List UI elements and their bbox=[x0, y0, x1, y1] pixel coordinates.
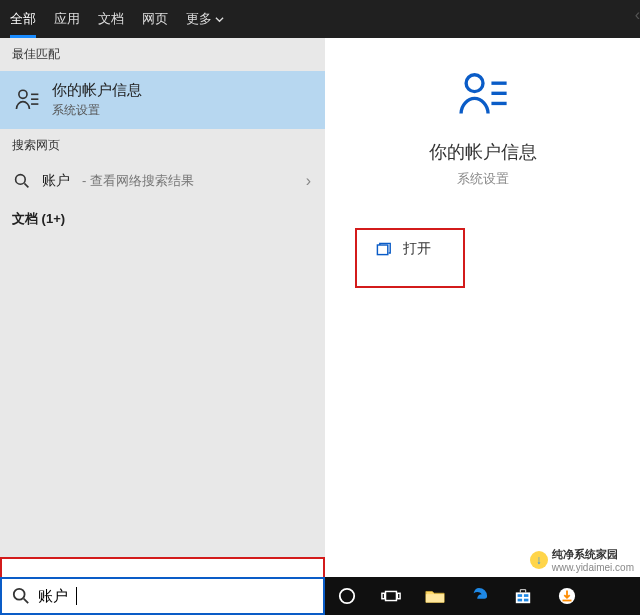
search-icon bbox=[12, 587, 30, 605]
svg-rect-15 bbox=[382, 593, 385, 598]
search-highlight bbox=[0, 557, 325, 577]
chevron-right-icon: › bbox=[306, 172, 311, 190]
cortana-button[interactable] bbox=[325, 577, 369, 615]
svg-rect-22 bbox=[524, 599, 529, 602]
scroll-hint: ‹ bbox=[635, 6, 640, 24]
preview-subtitle: 系统设置 bbox=[457, 170, 509, 188]
svg-rect-10 bbox=[377, 245, 387, 255]
cortana-icon bbox=[338, 587, 356, 605]
text-caret bbox=[76, 587, 77, 605]
svg-point-11 bbox=[14, 589, 25, 600]
svg-rect-16 bbox=[397, 593, 400, 598]
watermark-url: www.yidaimei.com bbox=[552, 562, 634, 573]
svg-point-13 bbox=[340, 589, 354, 603]
watermark-icon: ↓ bbox=[530, 551, 548, 569]
svg-point-4 bbox=[16, 175, 26, 185]
tab-all[interactable]: 全部 bbox=[10, 0, 36, 38]
open-label: 打开 bbox=[403, 240, 431, 258]
svg-rect-19 bbox=[518, 594, 523, 597]
account-icon bbox=[14, 87, 40, 113]
tab-docs[interactable]: 文档 bbox=[98, 0, 124, 38]
search-box[interactable]: 账户 bbox=[0, 577, 325, 615]
svg-point-0 bbox=[19, 90, 27, 98]
download-icon bbox=[558, 587, 576, 605]
store-button[interactable] bbox=[501, 577, 545, 615]
store-icon bbox=[514, 587, 532, 605]
search-web-header: 搜索网页 bbox=[0, 129, 325, 162]
preview-pane: 你的帐户信息 系统设置 打开 bbox=[325, 38, 640, 558]
tab-more-label: 更多 bbox=[186, 10, 212, 28]
edge-icon bbox=[470, 587, 488, 605]
open-button[interactable]: 打开 bbox=[355, 228, 465, 288]
svg-rect-14 bbox=[386, 591, 397, 600]
web-search-item[interactable]: 账户 - 查看网络搜索结果 › bbox=[0, 162, 325, 200]
svg-rect-20 bbox=[524, 594, 529, 597]
search-tabs: 全部 应用 文档 网页 更多 bbox=[0, 0, 640, 38]
search-icon bbox=[14, 173, 30, 189]
chevron-down-icon bbox=[215, 15, 224, 24]
documents-header: 文档 (1+) bbox=[0, 200, 325, 238]
svg-rect-18 bbox=[516, 592, 530, 603]
svg-line-5 bbox=[24, 183, 28, 187]
tab-web[interactable]: 网页 bbox=[142, 0, 168, 38]
task-view-icon bbox=[381, 588, 401, 604]
results-pane: 最佳匹配 你的帐户信息 系统设置 搜索网页 账户 - 查看网络搜索结果 › 文档… bbox=[0, 38, 325, 558]
tab-apps[interactable]: 应用 bbox=[54, 0, 80, 38]
preview-title: 你的帐户信息 bbox=[429, 140, 537, 164]
task-view-button[interactable] bbox=[369, 577, 413, 615]
best-match-title: 你的帐户信息 bbox=[52, 81, 142, 100]
best-match-header: 最佳匹配 bbox=[0, 38, 325, 71]
best-match-subtitle: 系统设置 bbox=[52, 102, 142, 119]
best-match-item[interactable]: 你的帐户信息 系统设置 bbox=[0, 71, 325, 129]
open-icon bbox=[375, 241, 391, 257]
watermark: ↓ 纯净系统家园 www.yidaimei.com bbox=[530, 547, 634, 573]
web-search-suffix: - 查看网络搜索结果 bbox=[82, 172, 194, 190]
svg-rect-21 bbox=[518, 599, 523, 602]
watermark-text: 纯净系统家园 bbox=[552, 547, 634, 562]
svg-point-6 bbox=[466, 75, 483, 92]
folder-icon bbox=[425, 588, 445, 604]
svg-rect-17 bbox=[426, 594, 444, 602]
search-value: 账户 bbox=[38, 587, 68, 606]
edge-button[interactable] bbox=[457, 577, 501, 615]
file-explorer-button[interactable] bbox=[413, 577, 457, 615]
app-button[interactable] bbox=[545, 577, 589, 615]
tab-more[interactable]: 更多 bbox=[186, 0, 224, 38]
svg-line-12 bbox=[24, 599, 29, 604]
web-search-term: 账户 bbox=[42, 172, 70, 190]
taskbar: 账户 bbox=[0, 577, 640, 615]
account-large-icon bbox=[456, 68, 510, 122]
